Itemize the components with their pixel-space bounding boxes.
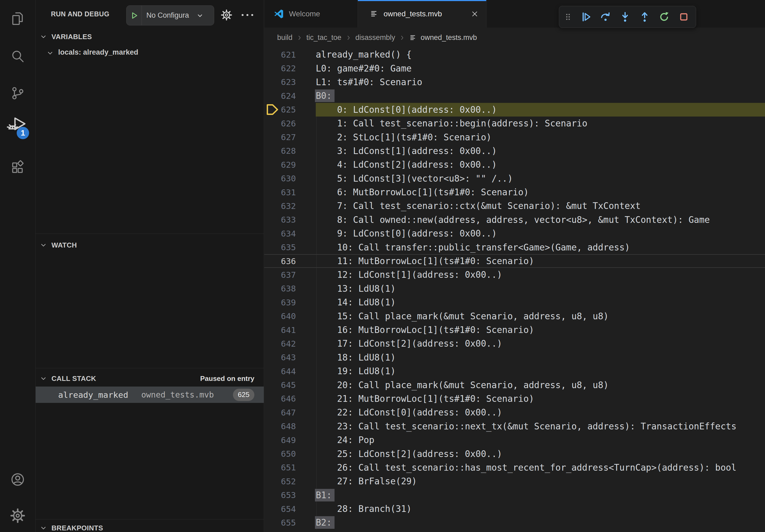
code-line-653[interactable]: 653 B1: (264, 488, 765, 502)
code-line-624[interactable]: 624 B0: (264, 89, 765, 103)
editor-gutter[interactable]: 640 (264, 309, 316, 323)
line-content[interactable]: 16: MutBorrowLoc[1](ts#1#0: Scenario) (316, 325, 534, 335)
line-content[interactable]: 21: MutBorrowLoc[1](ts#1#0: Scenario) (316, 394, 534, 404)
code-line-648[interactable]: 648 23: Call test_scenario::next_tx(&mut… (264, 419, 765, 433)
breakpoints-section-header[interactable]: BREAKPOINTS (36, 521, 264, 532)
code-line-625[interactable]: 625 0: LdConst[0](address: 0x00..) (264, 103, 765, 117)
editor-gutter[interactable]: 626 (264, 117, 316, 130)
editor-gutter[interactable]: 650 (264, 447, 316, 460)
line-content[interactable]: 2: StLoc[1](ts#1#0: Scenario) (316, 132, 491, 142)
editor-gutter[interactable]: 653 (264, 488, 316, 502)
line-content[interactable]: 6: MutBorrowLoc[1](ts#1#0: Scenario) (316, 187, 529, 197)
breadcrumb-item-disassembly[interactable]: disassembly (356, 34, 395, 42)
line-content[interactable]: 24: Pop (316, 435, 375, 445)
line-content[interactable]: 26: Call test_scenario::has_most_recent_… (316, 462, 737, 473)
close-icon[interactable] (470, 9, 479, 19)
code-line-631[interactable]: 631 6: MutBorrowLoc[1](ts#1#0: Scenario) (264, 185, 765, 199)
locals-scope-row[interactable]: locals: already_marked (36, 46, 264, 60)
extensions-icon[interactable] (10, 160, 25, 175)
editor-gutter[interactable]: 627 (264, 130, 316, 144)
code-line-634[interactable]: 634 9: LdConst[0](address: 0x00..) (264, 227, 765, 240)
editor-gutter[interactable]: 655 (264, 516, 316, 529)
code-line-636[interactable]: 636 11: MutBorrowLoc[1](ts#1#0: Scenario… (264, 254, 765, 268)
editor-gutter[interactable]: 623 (264, 75, 316, 89)
editor-gutter[interactable]: 646 (264, 392, 316, 405)
line-content[interactable]: 9: LdConst[0](address: 0x00..) (316, 228, 497, 239)
line-content[interactable]: 5: LdConst[3](vector<u8>: "" /..) (316, 173, 513, 184)
step-out-button[interactable] (638, 11, 651, 23)
watch-section-header[interactable]: WATCH (36, 238, 264, 252)
editor-gutter[interactable]: 630 (264, 172, 316, 185)
settings-gear-icon[interactable] (10, 508, 25, 523)
code-line-645[interactable]: 645 20: Call place_mark(&mut Scenario, a… (264, 378, 765, 392)
editor-gutter[interactable]: 622 (264, 61, 316, 75)
editor-gutter[interactable]: 639 (264, 296, 316, 309)
line-content[interactable]: 3: LdConst[1](address: 0x00..) (316, 146, 497, 156)
tab-owned-tests[interactable]: owned_tests.mvb (358, 0, 486, 28)
restart-button[interactable] (658, 11, 670, 23)
line-content[interactable]: 27: BrFalse(29) (316, 476, 417, 486)
run-and-debug-icon[interactable]: 1 (5, 115, 31, 140)
variables-section-header[interactable]: VARIABLES (36, 30, 264, 43)
line-content[interactable]: B2: (316, 517, 335, 528)
breadcrumb-item-tic_tac_toe[interactable]: tic_tac_toe (307, 34, 342, 42)
start-debug-button[interactable] (127, 11, 142, 20)
line-content[interactable]: 11: MutBorrowLoc[1](ts#1#0: Scenario) (316, 256, 534, 266)
account-icon[interactable] (10, 472, 25, 487)
code-line-622[interactable]: 622 L0: game#2#0: Game (264, 61, 765, 75)
line-content[interactable]: B0: (316, 91, 335, 101)
code-line-632[interactable]: 632 7: Call test_scenario::ctx(&mut Scen… (264, 199, 765, 213)
line-content[interactable]: already_marked() { (316, 49, 412, 60)
line-content[interactable]: 20: Call place_mark(&mut Scenario, addre… (316, 380, 609, 390)
code-line-630[interactable]: 630 5: LdConst[3](vector<u8>: "" /..) (264, 172, 765, 185)
editor-gutter[interactable]: 637 (264, 268, 316, 282)
editor-gutter[interactable]: 641 (264, 323, 316, 337)
code-line-654[interactable]: 654 28: Branch(31) (264, 502, 765, 516)
line-content[interactable]: 23: Call test_scenario::next_tx(&mut Sce… (316, 421, 737, 431)
editor-gutter[interactable]: 621 (264, 48, 316, 61)
call-stack-section-header[interactable]: CALL STACK Paused on entry (36, 372, 264, 385)
editor-gutter[interactable]: 624 (264, 89, 316, 103)
step-into-button[interactable] (619, 11, 631, 23)
editor-gutter[interactable]: 636 (264, 255, 316, 267)
line-content[interactable]: 15: Call place_mark(&mut Scenario, addre… (316, 311, 609, 322)
code-line-646[interactable]: 646 21: MutBorrowLoc[1](ts#1#0: Scenario… (264, 392, 765, 405)
line-content[interactable]: 18: LdU8(1) (316, 352, 395, 363)
editor-gutter[interactable]: 628 (264, 144, 316, 158)
editor-gutter[interactable]: 632 (264, 199, 316, 213)
line-content[interactable]: 17: LdConst[2](address: 0x00..) (316, 338, 502, 349)
debug-settings-gear-icon[interactable] (221, 9, 232, 21)
code-line-621[interactable]: 621 already_marked() { (264, 48, 765, 61)
explorer-icon[interactable] (10, 11, 25, 26)
code-line-628[interactable]: 628 3: LdConst[1](address: 0x00..) (264, 144, 765, 158)
code-line-652[interactable]: 652 27: BrFalse(29) (264, 474, 765, 488)
line-content[interactable]: L1: ts#1#0: Scenario (316, 77, 422, 87)
editor-gutter[interactable]: 642 (264, 337, 316, 350)
more-actions-icon[interactable] (241, 12, 254, 18)
source-control-icon[interactable] (10, 86, 25, 101)
line-content[interactable]: 19: LdU8(1) (316, 366, 395, 377)
line-content[interactable]: 14: LdU8(1) (316, 297, 395, 308)
line-content[interactable]: 0: LdConst[0](address: 0x00..) (316, 105, 497, 115)
line-content[interactable]: 1: Call test_scenario::begin(address): S… (316, 118, 587, 129)
code-line-629[interactable]: 629 4: LdConst[2](address: 0x00..) (264, 158, 765, 171)
editor-gutter[interactable]: 652 (264, 474, 316, 488)
code-line-647[interactable]: 647 22: LdConst[0](address: 0x00..) (264, 405, 765, 419)
code-line-627[interactable]: 627 2: StLoc[1](ts#1#0: Scenario) (264, 130, 765, 144)
editor-gutter[interactable]: 635 (264, 240, 316, 254)
stop-button[interactable] (678, 11, 690, 23)
line-content[interactable]: 4: LdConst[2](address: 0x00..) (316, 159, 497, 170)
code-line-633[interactable]: 633 8: Call owned::new(address, address,… (264, 213, 765, 227)
line-content[interactable]: 10: Call transfer::public_transfer<Game>… (316, 242, 630, 253)
line-content[interactable]: 13: LdU8(1) (316, 283, 395, 294)
line-content[interactable]: B1: (316, 490, 335, 500)
editor-gutter[interactable]: 634 (264, 227, 316, 240)
code-line-639[interactable]: 639 14: LdU8(1) (264, 296, 765, 309)
editor-gutter[interactable]: 631 (264, 185, 316, 199)
code-line-635[interactable]: 635 10: Call transfer::public_transfer<G… (264, 240, 765, 254)
editor-gutter[interactable]: 638 (264, 282, 316, 296)
editor-gutter[interactable]: 643 (264, 351, 316, 364)
editor-gutter[interactable]: 645 (264, 378, 316, 392)
editor-gutter[interactable]: 644 (264, 364, 316, 378)
code-line-650[interactable]: 650 25: LdConst[2](address: 0x00..) (264, 447, 765, 460)
